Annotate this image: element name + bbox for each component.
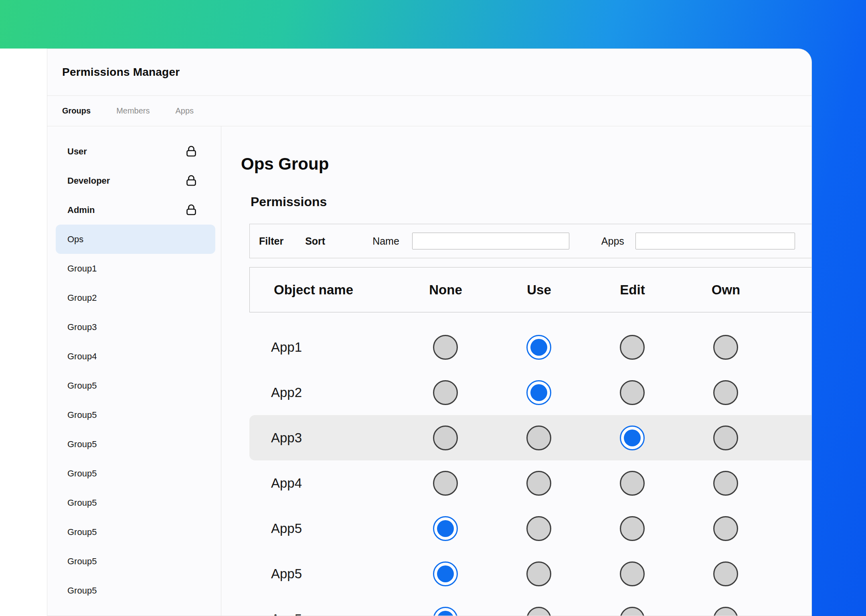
radio-none[interactable]	[433, 516, 458, 541]
sidebar-item-label: Group5	[67, 468, 97, 479]
radio-edit[interactable]	[620, 561, 645, 586]
radio-edit[interactable]	[620, 380, 645, 405]
sidebar-item-group1[interactable]: Group1	[56, 254, 215, 283]
radio-none[interactable]	[433, 335, 458, 360]
sidebar-item-group5[interactable]: Group5	[56, 576, 215, 605]
object-name: App5	[249, 521, 399, 536]
sidebar-item-label: Group5	[67, 527, 97, 537]
sidebar-item-label: Group5	[67, 556, 97, 567]
permission-cell	[399, 561, 492, 586]
radio-own[interactable]	[713, 607, 738, 616]
sidebar-item-group5[interactable]: Group5	[56, 400, 215, 430]
radio-own[interactable]	[713, 516, 738, 541]
permission-cell	[679, 426, 772, 450]
permission-cell	[492, 516, 585, 541]
radio-use[interactable]	[526, 426, 551, 450]
radio-use[interactable]	[526, 471, 551, 496]
permissions-manager-card: Permissions Manager Groups Members Apps …	[47, 49, 812, 616]
radio-edit[interactable]	[620, 335, 645, 360]
sidebar-item-ops[interactable]: Ops	[56, 225, 215, 254]
radio-use[interactable]	[526, 561, 551, 586]
radio-none[interactable]	[433, 561, 458, 586]
sidebar-item-group2[interactable]: Group2	[56, 283, 215, 312]
radio-none[interactable]	[433, 426, 458, 450]
radio-own[interactable]	[713, 380, 738, 405]
permission-cell	[679, 380, 772, 405]
table-row: App5	[249, 551, 812, 596]
table-body: App1App2App3App4App5App5App5	[249, 312, 812, 616]
group-sidebar: UserDeveloperAdminOpsGroup1Group2Group3G…	[47, 126, 221, 616]
column-own: Own	[679, 282, 773, 298]
permission-cell	[399, 516, 492, 541]
tab-bar: Groups Members Apps	[47, 96, 811, 126]
radio-none[interactable]	[433, 607, 458, 616]
radio-own[interactable]	[713, 426, 738, 450]
sidebar-item-label: Group5	[67, 498, 97, 508]
radio-edit[interactable]	[620, 607, 645, 616]
permission-cell	[585, 607, 679, 616]
radio-use[interactable]	[526, 607, 551, 616]
sidebar-item-group5[interactable]: Group5	[56, 430, 215, 459]
radio-edit[interactable]	[620, 471, 645, 496]
sidebar-item-group5[interactable]: Group5	[56, 547, 215, 576]
permission-cell	[399, 607, 492, 616]
radio-edit[interactable]	[620, 516, 645, 541]
radio-own[interactable]	[713, 561, 738, 586]
table-row: App4	[249, 460, 812, 506]
sidebar-item-label: Group1	[67, 263, 97, 274]
sidebar-item-label: Group5	[67, 439, 97, 450]
table-row: App1	[249, 324, 812, 370]
sidebar-item-group5[interactable]: Group5	[56, 488, 215, 517]
radio-use[interactable]	[526, 516, 551, 541]
radio-use[interactable]	[526, 335, 551, 360]
radio-none[interactable]	[433, 471, 458, 496]
sidebar-item-group5[interactable]: Group5	[56, 371, 215, 400]
permission-cell	[679, 607, 772, 616]
tab-groups[interactable]: Groups	[62, 106, 91, 116]
object-name: App4	[249, 476, 399, 491]
tab-apps[interactable]: Apps	[175, 106, 194, 116]
tab-members[interactable]: Members	[116, 106, 150, 116]
sidebar-item-group3[interactable]: Group3	[56, 312, 215, 342]
table-row: App2	[249, 370, 812, 415]
page-title: Ops Group	[241, 154, 811, 174]
sidebar-item-label: Admin	[67, 205, 95, 215]
object-name: App3	[249, 430, 399, 446]
table-row: App5	[249, 506, 812, 551]
radio-none[interactable]	[433, 380, 458, 405]
permission-cell	[492, 380, 585, 405]
card-body: UserDeveloperAdminOpsGroup1Group2Group3G…	[47, 126, 811, 616]
permission-cell	[492, 335, 585, 360]
object-name: App5	[249, 566, 399, 582]
table-row: App5	[249, 596, 812, 616]
permission-cell	[585, 380, 679, 405]
sidebar-item-group5[interactable]: Group5	[56, 459, 215, 488]
apps-filter-label: Apps	[601, 235, 624, 247]
apps-filter-input[interactable]	[635, 233, 795, 249]
object-name: App1	[249, 340, 399, 355]
sidebar-item-developer[interactable]: Developer	[56, 166, 215, 195]
sidebar-item-label: Developer	[67, 176, 110, 186]
permission-cell	[399, 426, 492, 450]
sidebar-item-group4[interactable]: Group4	[56, 342, 215, 371]
sidebar-item-label: User	[67, 146, 87, 157]
radio-use[interactable]	[526, 380, 551, 405]
radio-own[interactable]	[713, 335, 738, 360]
sidebar-item-label: Ops	[67, 234, 83, 245]
filter-bar: Filter Sort Name Apps	[249, 224, 812, 258]
radio-edit[interactable]	[620, 426, 645, 450]
sidebar-item-group5[interactable]: Group5	[56, 517, 215, 547]
permissions-table: Object name None Use Edit Own App1App2Ap…	[249, 267, 812, 616]
sidebar-item-admin[interactable]: Admin	[56, 195, 215, 225]
card-header: Permissions Manager	[47, 49, 811, 96]
column-use: Use	[492, 282, 586, 298]
permission-cell	[492, 426, 585, 450]
column-none: None	[399, 282, 492, 298]
sort-button[interactable]: Sort	[305, 235, 325, 247]
permission-cell	[399, 380, 492, 405]
main-panel: Ops Group Permissions Filter Sort Name A…	[221, 126, 811, 616]
sidebar-item-user[interactable]: User	[56, 137, 215, 166]
filter-button[interactable]: Filter	[259, 235, 283, 247]
radio-own[interactable]	[713, 471, 738, 496]
name-filter-input[interactable]	[412, 233, 569, 249]
